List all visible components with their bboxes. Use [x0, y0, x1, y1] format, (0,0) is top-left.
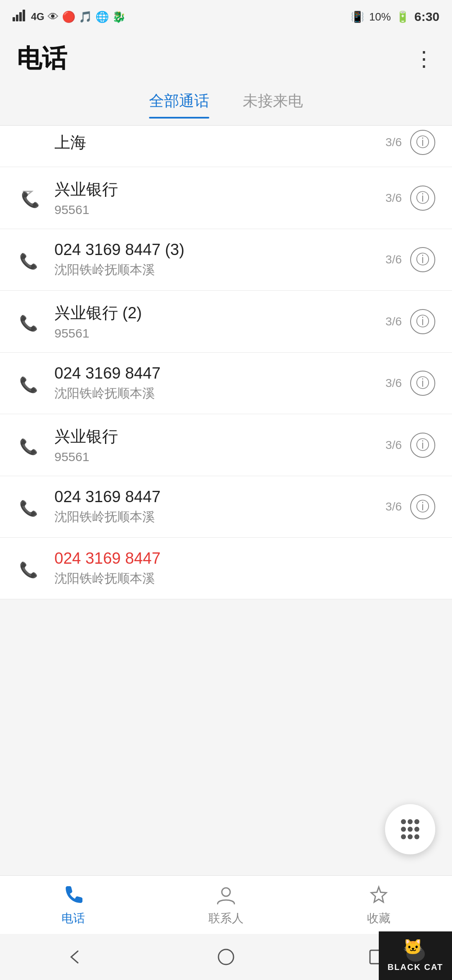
tabs-bar: 全部通话 未接来电 — [0, 84, 452, 126]
nav-favorites[interactable]: 收藏 — [367, 884, 390, 926]
svg-point-16 — [414, 827, 419, 832]
svg-point-13 — [414, 819, 419, 824]
app3-icon: 🐉 — [112, 10, 126, 23]
call-name: 024 3169 8447 — [54, 364, 385, 382]
call-type-icon: 📞 — [17, 494, 42, 519]
call-item-content: 024 3169 8447 (3) 沈阳铁岭抚顺本溪 — [54, 241, 385, 279]
call-name: 024 3169 8447 — [54, 549, 435, 567]
status-right: 📳 10% 🔋 6:30 — [351, 10, 439, 24]
info-button[interactable]: ⓘ — [410, 433, 435, 458]
battery-icon: 🔋 — [396, 10, 409, 23]
call-name: 024 3169 8447 (3) — [54, 241, 385, 259]
svg-point-20 — [222, 888, 230, 896]
call-item-content: 024 3169 8447 沈阳铁岭抚顺本溪 — [54, 488, 385, 526]
info-button[interactable]: ⓘ — [410, 309, 435, 334]
tab-all-calls[interactable]: 全部通话 — [149, 91, 209, 118]
4g-label: 4G — [31, 11, 44, 23]
svg-text:📞: 📞 — [19, 499, 38, 517]
bottom-navigation: 电话 联系人 收藏 — [0, 875, 452, 934]
nav-phone[interactable]: 电话 — [62, 884, 85, 926]
svg-rect-2 — [19, 12, 22, 21]
call-name: 024 3169 8447 — [54, 488, 385, 506]
list-item[interactable]: 📞 024 3169 8447 沈阳铁岭抚顺本溪 — [0, 538, 452, 599]
nav-favorites-label: 收藏 — [367, 910, 390, 926]
call-location: 沈阳铁岭抚顺本溪 — [54, 261, 385, 279]
nav-phone-label: 电话 — [62, 910, 85, 926]
info-button[interactable]: ⓘ — [410, 186, 435, 211]
svg-rect-3 — [23, 10, 25, 21]
list-item[interactable]: 📞 兴业银行 95561 3/6 ⓘ — [0, 167, 452, 229]
call-date: 3/6 — [385, 191, 402, 205]
call-number: 95561 — [54, 450, 385, 464]
dialpad-button[interactable] — [385, 804, 435, 854]
svg-point-12 — [408, 819, 413, 824]
info-button[interactable]: ⓘ — [410, 494, 435, 519]
call-type-icon: 📞 — [17, 186, 42, 211]
signal-icon — [13, 10, 28, 24]
call-date: 3/6 — [385, 253, 402, 266]
info-button[interactable]: ⓘ — [410, 247, 435, 272]
call-name: 兴业银行 — [54, 426, 385, 447]
list-item[interactable]: 📞 兴业银行 (2) 95561 3/6 ⓘ — [0, 291, 452, 353]
call-list: 上海 3/6 ⓘ 📞 兴业银行 95561 3/6 ⓘ 📞 — [0, 126, 452, 599]
black-cat-watermark: 🐱 BLACK CAT — [379, 931, 452, 980]
list-item[interactable]: 📞 024 3169 8447 沈阳铁岭抚顺本溪 3/6 ⓘ — [0, 353, 452, 414]
system-nav-bar: 🐱 BLACK CAT — [0, 934, 452, 980]
list-item[interactable]: 📞 024 3169 8447 (3) 沈阳铁岭抚顺本溪 3/6 ⓘ — [0, 229, 452, 291]
call-type-icon: 📞 — [17, 433, 42, 458]
call-type-icon: 📞 — [17, 371, 42, 396]
svg-text:📞: 📞 — [19, 438, 38, 455]
watermark-text: BLACK CAT — [388, 962, 443, 972]
call-item-content: 兴业银行 95561 — [54, 426, 385, 464]
app2-icon: 🌐 — [95, 10, 109, 23]
call-item-actions: 3/6 ⓘ — [385, 494, 435, 519]
svg-rect-0 — [13, 17, 15, 21]
vibrate-icon: 📳 — [351, 10, 364, 23]
call-item-content: 兴业银行 95561 — [54, 179, 385, 217]
svg-point-21 — [218, 949, 234, 965]
call-date: 3/6 — [385, 315, 402, 328]
nav-contacts[interactable]: 联系人 — [208, 884, 244, 926]
more-menu-button[interactable]: ⋮ — [413, 46, 435, 71]
call-location: 沈阳铁岭抚顺本溪 — [54, 385, 385, 402]
call-number: 95561 — [54, 203, 385, 217]
call-type-icon: 📞 — [17, 309, 42, 334]
call-name: 上海 — [54, 132, 385, 153]
svg-point-19 — [414, 834, 419, 839]
call-type-icon: 📞 — [17, 247, 42, 272]
status-left: 4G 👁 🔴 🎵 🌐 🐉 — [13, 10, 126, 24]
call-type-icon: 📞 — [17, 556, 42, 581]
battery-text: 10% — [369, 10, 391, 23]
call-item-actions: 3/6 ⓘ — [385, 130, 435, 155]
call-item-actions: 3/6 ⓘ — [385, 309, 435, 334]
info-button[interactable]: ⓘ — [410, 130, 435, 155]
list-item[interactable]: 📞 兴业银行 95561 3/6 ⓘ — [0, 414, 452, 476]
tab-missed-calls[interactable]: 未接来电 — [243, 91, 303, 118]
svg-rect-1 — [16, 15, 18, 21]
svg-point-11 — [401, 819, 406, 824]
back-button[interactable] — [63, 944, 88, 970]
home-button[interactable] — [213, 944, 239, 970]
svg-text:📞: 📞 — [19, 561, 38, 578]
notif1-icon: 🔴 — [62, 10, 75, 23]
info-button[interactable]: ⓘ — [410, 371, 435, 396]
list-item[interactable]: 上海 3/6 ⓘ — [0, 126, 452, 167]
svg-point-17 — [401, 834, 406, 839]
list-item[interactable]: 📞 024 3169 8447 沈阳铁岭抚顺本溪 3/6 ⓘ — [0, 476, 452, 538]
call-date: 3/6 — [385, 500, 402, 513]
call-number: 95561 — [54, 326, 385, 340]
nav-contacts-label: 联系人 — [208, 910, 244, 926]
eye-icon: 👁 — [48, 10, 59, 23]
call-location: 沈阳铁岭抚顺本溪 — [54, 508, 385, 526]
svg-point-18 — [408, 834, 413, 839]
call-item-actions: 3/6 ⓘ — [385, 433, 435, 458]
time-display: 6:30 — [414, 10, 439, 24]
call-item-actions: 3/6 ⓘ — [385, 371, 435, 396]
call-item-content: 上海 — [17, 132, 385, 153]
call-name: 兴业银行 (2) — [54, 302, 385, 324]
svg-text:📞: 📞 — [19, 376, 38, 393]
call-date: 3/6 — [385, 136, 402, 149]
svg-text:📞: 📞 — [19, 252, 38, 270]
app1-icon: 🎵 — [79, 10, 92, 23]
svg-point-15 — [408, 827, 413, 832]
